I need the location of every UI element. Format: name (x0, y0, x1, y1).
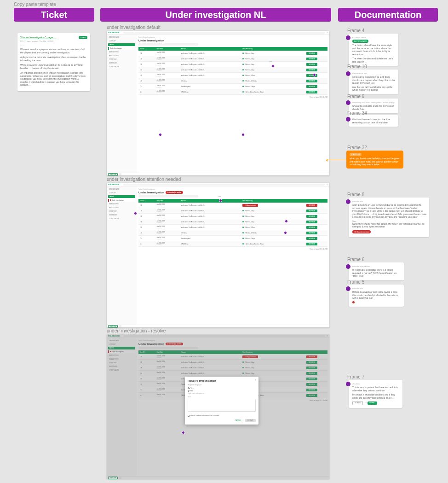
sidebar-lookup[interactable]: LOOKUP (108, 192, 135, 194)
col-userid[interactable]: User ID (138, 47, 155, 51)
annotation-dot[interactable] (271, 64, 275, 68)
sidebar-content[interactable]: CONTENT (108, 58, 135, 61)
close-icon[interactable]: × (255, 378, 256, 381)
sidebar-contracts[interactable]: CONTRACTS (108, 217, 135, 220)
col-time[interactable]: Time Remaining (241, 199, 296, 203)
cell-userid[interactable]: 198 (138, 203, 155, 208)
sidebar-contracts[interactable]: CONTRACTS (108, 65, 135, 68)
pagination[interactable]: Rows per page 10 1-10 of 34 (138, 96, 327, 98)
cell-reason[interactable]: CRUKS risk (179, 89, 241, 95)
resolve-button[interactable]: RESOLVE (306, 58, 317, 60)
language-selector[interactable]: ENGLISH (108, 325, 118, 328)
sidebar-marketing[interactable]: MARKETING (108, 54, 135, 57)
cell-reason[interactable]: Verification: The Account is not fully K… (179, 225, 241, 230)
table-row[interactable]: 118Jan 08, 2023by agent XCheating2 Month… (138, 78, 327, 84)
resolve-button[interactable]: RESOLVE (306, 237, 317, 240)
cell-userid[interactable]: 118 (138, 78, 155, 84)
col-startdate[interactable]: Start Date (155, 47, 180, 51)
resolve-button[interactable]: RESOLVE (306, 80, 317, 82)
annotation-dot[interactable] (219, 199, 222, 202)
cell-userid[interactable]: 108 (138, 214, 155, 219)
cell-userid[interactable]: 103 (138, 73, 155, 78)
cell-userid[interactable]: 130 (138, 208, 155, 214)
resolve-button[interactable]: RESOLVE (306, 91, 317, 93)
resolve-button[interactable]: RESOLVE (306, 209, 317, 212)
submit-button[interactable]: SUBMIT (245, 419, 256, 422)
sidebar-reporting[interactable]: REPORTING (108, 203, 135, 205)
annotation-dot[interactable] (159, 133, 162, 136)
cell-reason[interactable]: CRUKS risk (179, 241, 241, 247)
table-row[interactable]: 108Jan 08, 2023by agent XVerification: T… (138, 214, 327, 219)
global-search[interactable] (123, 184, 325, 186)
cell-userid[interactable]: 198 (138, 51, 155, 56)
sidebar-dashboard[interactable]: DASHBOARD (108, 188, 135, 191)
cell-userid[interactable]: 118 (138, 230, 155, 236)
sidebar-marketing[interactable]: MARKETING (108, 206, 135, 209)
sidebar-settings[interactable]: SETTINGS (108, 214, 135, 216)
table-row[interactable]: 198Jan 08, 2023by agent XVerification: T… (138, 51, 327, 56)
cancel-button[interactable]: CANCEL (233, 419, 244, 422)
table-row[interactable]: 130Jan 08, 2023by agent XVerification: T… (138, 208, 327, 214)
resolve-button[interactable]: RESOLVE (306, 232, 317, 234)
col-reason[interactable]: Reason (179, 47, 241, 51)
cell-userid[interactable]: 79 (138, 236, 155, 241)
sidebar-lookup[interactable]: LOOKUP (108, 40, 135, 42)
cell-reason[interactable]: Verification: The Account is not fully K… (179, 67, 241, 73)
col-reason[interactable]: Reason (179, 199, 241, 203)
cell-reason[interactable]: Verification: The Account is not fully K… (179, 73, 241, 78)
cell-reason[interactable]: Verification: The Account is not fully K… (179, 51, 241, 56)
sidebar-dashboard[interactable]: DASHBOARD (108, 36, 135, 39)
table-row[interactable]: 118Jan 08, 2023by agent XCheating2 Month… (138, 230, 327, 236)
annotation-dot[interactable] (182, 431, 185, 434)
resolve-button[interactable]: RESOLVE (306, 204, 317, 207)
sidebar-tasks[interactable]: TASKS (108, 195, 135, 198)
table-search[interactable] (138, 195, 198, 198)
cell-reason[interactable]: Cheating (179, 78, 241, 84)
table-row[interactable]: 103Jan 08, 2023by agent XVerification: T… (138, 225, 327, 230)
table-row[interactable]: 79Jan 08, 2023by agent XSomething else3 … (138, 236, 327, 241)
annotation-dot[interactable] (134, 212, 137, 215)
cell-reason[interactable]: Cheating (179, 230, 241, 236)
cell-userid[interactable]: 56 (138, 89, 155, 95)
table-row[interactable]: 56Jan 08, 2023by agent XCRUKS risk1 Week… (138, 89, 327, 95)
cell-reason[interactable]: Verification: The Account is not fully K… (179, 208, 241, 214)
sidebar-reporting[interactable]: REPORTING (108, 51, 135, 53)
global-search[interactable] (123, 32, 325, 34)
ticket-title-link[interactable]: "Under Investigation" page … (20, 36, 57, 39)
col-startdate[interactable]: Start Date (155, 199, 180, 203)
resolve-button[interactable]: RESOLVE (306, 221, 317, 223)
table-row[interactable]: 79Jan 08, 2023by agent XSomething else3 … (138, 84, 327, 89)
cell-userid[interactable]: 103 (138, 225, 155, 230)
language-selector[interactable]: ENGLISH (108, 173, 118, 176)
footer-icon[interactable] (119, 325, 121, 327)
cell-reason[interactable]: Verification: The Account is not fully K… (179, 62, 241, 67)
table-search[interactable] (138, 43, 198, 46)
resolve-button[interactable]: RESOLVE (306, 63, 317, 66)
cell-reason[interactable]: Verification: The Account is not fully K… (179, 56, 241, 62)
table-row[interactable]: 104Jan 08, 2023by agent XVerification: T… (138, 219, 327, 225)
cell-userid[interactable]: 104 (138, 219, 155, 225)
sidebar-settings[interactable]: SETTINGS (108, 62, 135, 64)
sidebar-tasks[interactable]: TASKS (108, 43, 135, 46)
table-row[interactable]: 56Jan 08, 2023by agent XCRUKS risk1 Week… (138, 241, 327, 247)
confirm-checkbox[interactable] (188, 415, 190, 417)
table-row[interactable]: 130Jan 08, 2023by agent XVerification: T… (138, 56, 327, 62)
resolve-button[interactable]: RESOLVE (306, 52, 317, 55)
annotation-dot[interactable] (241, 133, 245, 136)
resolve-button[interactable]: RESOLVE (306, 226, 317, 229)
cell-reason[interactable]: Verification: The Account is not fully K… (179, 219, 241, 225)
resolve-button[interactable]: RESOLVE (306, 85, 317, 88)
table-row[interactable]: 103Jan 08, 2023by agent XVerification: T… (138, 73, 327, 78)
resolve-button[interactable]: RESOLVE (306, 69, 317, 71)
cell-reason[interactable]: Verification: The Account is not fully K… (179, 214, 241, 219)
notes-textarea[interactable] (188, 399, 256, 412)
sidebar-content[interactable]: CONTENT (108, 210, 135, 213)
cell-userid[interactable]: 104 (138, 67, 155, 73)
table-row[interactable]: 104Jan 08, 2023by agent XVerification: T… (138, 67, 327, 73)
table-row[interactable]: 108Jan 08, 2023by agent XVerification: T… (138, 62, 327, 67)
annotation-dot[interactable] (285, 220, 288, 223)
cell-userid[interactable]: 79 (138, 84, 155, 89)
radio-yes[interactable]: Yes (188, 387, 256, 389)
cell-reason[interactable]: Something else (179, 84, 241, 89)
table-row[interactable]: 198Jan 08, 2023by agent XVerification: T… (138, 203, 327, 208)
